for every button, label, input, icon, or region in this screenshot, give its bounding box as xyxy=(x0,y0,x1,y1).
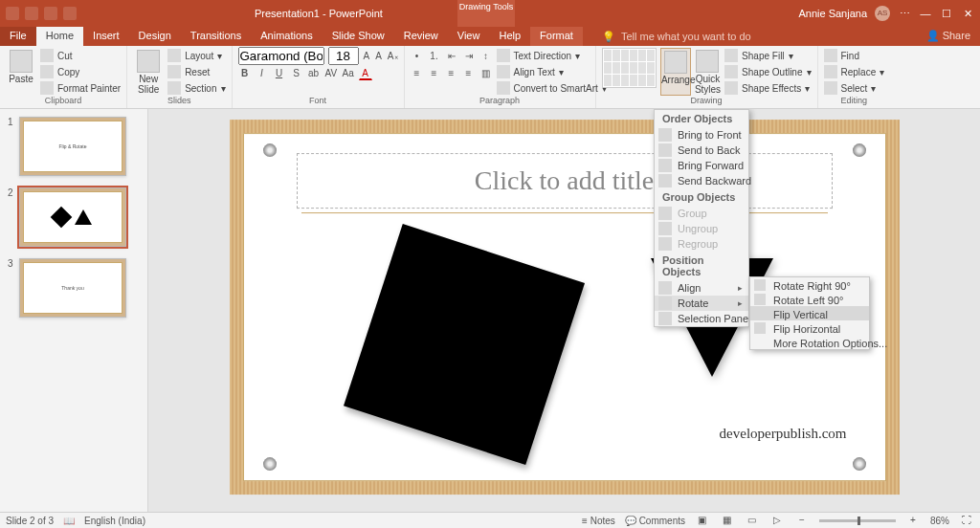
shadow-button[interactable]: ab xyxy=(307,65,321,80)
reading-view-icon[interactable]: ▭ xyxy=(745,514,760,527)
section-button[interactable]: Section ▾ xyxy=(167,80,225,96)
reset-button[interactable]: Reset xyxy=(167,64,225,79)
cut-button[interactable]: Cut xyxy=(40,48,121,63)
normal-view-icon[interactable]: ▣ xyxy=(695,514,710,527)
smartart-button[interactable]: Convert to SmartArt ▾ xyxy=(497,80,607,96)
tab-file[interactable]: File xyxy=(0,27,36,46)
menu-bring-to-front[interactable]: Bring to Front xyxy=(655,127,748,143)
numbering-icon[interactable]: 1. xyxy=(428,48,441,63)
menu-send-to-back[interactable]: Send to Back xyxy=(655,143,748,158)
text-direction-button[interactable]: Text Direction ▾ xyxy=(497,48,607,63)
font-size-input[interactable] xyxy=(328,47,359,65)
menu-rotate[interactable]: Rotate▸ xyxy=(655,296,748,311)
copy-button[interactable]: Copy xyxy=(40,64,121,79)
bold-button[interactable]: B xyxy=(238,65,252,80)
spellcheck-icon[interactable]: 📖 xyxy=(63,516,75,526)
menu-rotate-left-90[interactable]: Rotate Left 90° xyxy=(750,292,869,306)
find-button[interactable]: Find xyxy=(824,48,885,63)
save-icon[interactable] xyxy=(6,7,19,20)
shape-gallery[interactable] xyxy=(602,48,657,88)
share-button[interactable]: 👤 Share xyxy=(917,27,980,46)
font-color-button[interactable]: A xyxy=(359,65,372,80)
tab-help[interactable]: Help xyxy=(489,27,530,46)
tab-animations[interactable]: Animations xyxy=(251,27,322,46)
bullets-icon[interactable]: • xyxy=(411,48,424,63)
minimize-icon[interactable]: — xyxy=(919,7,932,20)
user-name[interactable]: Annie Sanjana xyxy=(798,8,867,19)
shape-outline-button[interactable]: Shape Outline ▾ xyxy=(724,64,811,79)
slideshow-view-icon[interactable]: ▷ xyxy=(769,514,785,527)
tab-design[interactable]: Design xyxy=(129,27,181,46)
maximize-icon[interactable]: ☐ xyxy=(940,7,953,20)
increase-font-icon[interactable]: A xyxy=(363,48,371,63)
menu-bring-forward[interactable]: Bring Forward xyxy=(655,158,748,173)
tab-review[interactable]: Review xyxy=(394,27,448,46)
comments-button[interactable]: 💬 Comments xyxy=(625,516,685,526)
char-spacing-button[interactable]: AV xyxy=(324,65,338,80)
slide-editor[interactable]: Click to add title developerpublish.com … xyxy=(148,109,980,512)
menu-send-backward[interactable]: Send Backward xyxy=(655,173,748,188)
new-slide-icon xyxy=(137,50,160,73)
menu-flip-horizontal[interactable]: Flip Horizontal xyxy=(750,320,869,335)
shape-rotated-square[interactable] xyxy=(343,224,584,465)
rotate-submenu: Rotate Right 90° Rotate Left 90° Flip Ve… xyxy=(749,276,870,350)
tab-transitions[interactable]: Transitions xyxy=(181,27,251,46)
user-avatar[interactable]: AS xyxy=(875,6,890,21)
shape-fill-button[interactable]: Shape Fill ▾ xyxy=(724,48,811,63)
paste-button[interactable]: Paste xyxy=(6,48,36,96)
close-icon[interactable]: ✕ xyxy=(961,7,974,20)
slide-thumbnail-2[interactable] xyxy=(19,187,126,247)
menu-align[interactable]: Align▸ xyxy=(655,280,748,296)
font-name-input[interactable] xyxy=(238,47,324,65)
tab-slideshow[interactable]: Slide Show xyxy=(323,27,394,46)
justify-icon[interactable]: ≡ xyxy=(462,65,476,80)
slide-sorter-icon[interactable]: ▦ xyxy=(720,514,735,527)
menu-flip-vertical[interactable]: Flip Vertical xyxy=(750,306,869,320)
decrease-font-icon[interactable]: A xyxy=(374,48,383,63)
slide-thumbnail-3[interactable]: Thank you xyxy=(19,258,126,318)
align-text-button[interactable]: Align Text ▾ xyxy=(497,64,607,79)
select-button[interactable]: Select ▾ xyxy=(824,80,885,96)
underline-button[interactable]: U xyxy=(273,65,286,80)
zoom-in-button[interactable]: + xyxy=(905,514,921,527)
arrange-button[interactable]: Arrange xyxy=(660,48,691,96)
zoom-slider[interactable] xyxy=(819,519,896,522)
align-left-icon[interactable]: ≡ xyxy=(411,65,424,80)
fit-to-window-icon[interactable]: ⛶ xyxy=(959,514,974,527)
slide-counter[interactable]: Slide 2 of 3 xyxy=(6,516,54,526)
slide-thumbnail-1[interactable]: Flip & Rotate xyxy=(19,117,126,176)
change-case-button[interactable]: Aa xyxy=(342,65,355,80)
zoom-level[interactable]: 86% xyxy=(930,516,949,526)
format-painter-button[interactable]: Format Painter xyxy=(40,80,121,96)
line-spacing-icon[interactable]: ↕ xyxy=(479,48,493,63)
redo-icon[interactable] xyxy=(44,7,57,20)
align-right-icon[interactable]: ≡ xyxy=(445,65,458,80)
tab-home[interactable]: Home xyxy=(36,27,83,46)
italic-button[interactable]: I xyxy=(256,65,269,80)
clear-formatting-icon[interactable]: Aₓ xyxy=(387,48,399,63)
undo-icon[interactable] xyxy=(25,7,38,20)
layout-button[interactable]: Layout ▾ xyxy=(167,48,225,63)
decrease-indent-icon[interactable]: ⇤ xyxy=(445,48,458,63)
quick-styles-button[interactable]: Quick Styles xyxy=(695,48,721,96)
language-indicator[interactable]: English (India) xyxy=(84,516,145,526)
shape-effects-button[interactable]: Shape Effects ▾ xyxy=(724,80,811,96)
menu-selection-pane[interactable]: Selection Pane... xyxy=(655,311,748,326)
tell-me-search[interactable]: 💡 Tell me what you want to do xyxy=(602,27,751,46)
increase-indent-icon[interactable]: ⇥ xyxy=(462,48,476,63)
start-from-beginning-icon[interactable] xyxy=(63,7,77,20)
tab-format[interactable]: Format xyxy=(530,27,583,46)
menu-rotate-right-90[interactable]: Rotate Right 90° xyxy=(750,277,869,292)
replace-button[interactable]: Replace ▾ xyxy=(824,64,885,79)
align-center-icon[interactable]: ≡ xyxy=(428,65,441,80)
ribbon-options-icon[interactable]: ⋯ xyxy=(898,7,911,20)
menu-more-rotation[interactable]: More Rotation Options... xyxy=(750,335,869,349)
notes-button[interactable]: ≡ Notes xyxy=(582,516,615,526)
tab-view[interactable]: View xyxy=(448,27,490,46)
title-placeholder[interactable]: Click to add title xyxy=(297,153,833,209)
tab-insert[interactable]: Insert xyxy=(83,27,129,46)
new-slide-button[interactable]: New Slide xyxy=(133,48,164,96)
zoom-out-button[interactable]: − xyxy=(794,514,810,527)
columns-icon[interactable]: ▥ xyxy=(479,65,493,80)
strike-button[interactable]: S xyxy=(290,65,303,80)
